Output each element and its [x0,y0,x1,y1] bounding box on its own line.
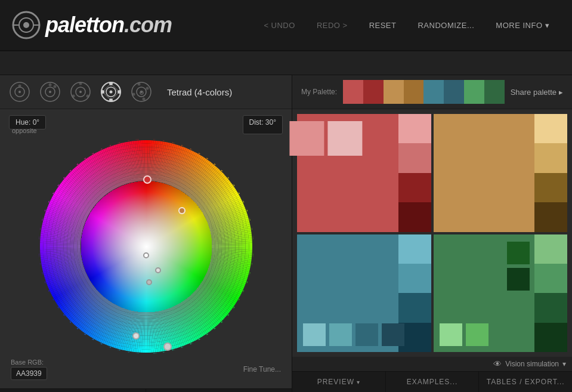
teal-shade-2[interactable] [398,264,431,293]
colors-tab[interactable]: COLORS [0,389,146,392]
quad-green-main[interactable] [434,234,535,353]
bottom-tabs-right: PREVIEW ▾ EXAMPLES... TABLES / EXPORT... [292,371,572,392]
palette-swatch-3 [404,80,424,104]
vision-simulation-label[interactable]: Vision simulation [505,360,559,368]
quad-green-shades [534,234,567,353]
red-shade-2[interactable] [398,143,431,172]
quad-orange-main[interactable] [434,114,535,232]
wheel-area: Hue: 0° opposite Dist: 30° Base RGB: [0,109,292,388]
main-content: ⚙ Tetrad (4-colors) Hue: 0° opposite Dis… [0,75,572,392]
svg-point-12 [49,84,52,87]
custom-scheme-icon[interactable]: ⚙ [131,81,152,103]
nav-buttons: < UNDO REDO > RESET RANDOMIZE... MORE IN… [253,16,560,35]
my-palette-label: My Palette: [301,88,337,96]
svg-point-37 [132,93,135,96]
logo-text: paletton.com [45,13,172,38]
svg-text:⚙: ⚙ [139,89,144,96]
svg-point-13 [54,85,57,88]
tetrad-scheme-icon[interactable] [100,81,122,103]
quad-red-shades [398,114,431,232]
adjacent-scheme-icon[interactable] [39,81,61,103]
orange-shade-4[interactable] [534,202,567,232]
quadrant-teal [297,234,431,353]
vision-chevron-icon: ▾ [562,360,566,368]
base-rgb-value[interactable]: AA3939 [11,367,47,380]
triad-scheme-icon[interactable] [70,81,91,103]
hue-dist-row: Hue: 0° opposite Dist: 30° [6,115,286,134]
svg-point-2 [23,22,29,28]
green-shade-1[interactable] [534,234,567,264]
examples-tab[interactable]: EXAMPLES... [386,372,480,392]
red-accent-1[interactable] [289,121,324,156]
presets-tab[interactable]: PRESETS [146,389,292,392]
preview-chevron-icon: ▾ [357,379,360,385]
palette-swatch-7 [484,80,505,104]
teal-accent-3[interactable] [355,323,378,346]
palette-preview [343,80,505,104]
green-accent-4[interactable] [466,323,488,346]
green-shade-3[interactable] [534,293,567,322]
palette-swatch-2 [384,80,404,104]
palette-swatch-5 [444,80,464,104]
svg-point-36 [143,98,146,101]
teal-shade-1[interactable] [398,234,431,264]
quad-red-main[interactable] [297,114,398,232]
green-accent-3[interactable] [440,323,462,346]
tables-export-tab[interactable]: TABLES / EXPORT... [479,372,572,392]
svg-point-16 [79,91,82,93]
reset-button[interactable]: RESET [358,16,407,35]
red-shade-1[interactable] [398,114,431,143]
fine-tune-button[interactable]: Fine Tune... [243,365,281,374]
svg-point-22 [110,91,113,94]
svg-point-7 [18,91,21,93]
base-rgb-label: Base RGB: [11,359,47,366]
color-grid [292,109,572,357]
palette-header: My Palette: Share palette ▸ [292,75,572,109]
teal-accent-1[interactable] [303,323,326,346]
svg-point-11 [49,91,51,93]
svg-point-35 [146,87,149,90]
randomize-button[interactable]: RANDOMIZE... [407,16,485,35]
green-accent-1[interactable] [507,242,530,264]
dist-display[interactable]: Dist: 30° [243,115,283,134]
teal-shade-3[interactable] [398,293,431,322]
palette-swatch-0 [343,80,363,104]
color-wheel-canvas[interactable] [39,139,253,354]
color-wheel-container[interactable] [39,139,253,354]
green-shade-4[interactable] [534,323,567,352]
orange-shade-1[interactable] [534,114,567,143]
green-accent-2[interactable] [507,268,530,291]
svg-point-8 [18,85,21,88]
teal-accent-4[interactable] [382,323,404,346]
svg-point-34 [138,83,141,86]
palette-swatch-4 [423,80,444,104]
quad-teal-main[interactable] [297,234,398,353]
mono-scheme-icon[interactable] [9,81,30,103]
quadrant-red [297,114,431,232]
teal-accent-2[interactable] [329,323,352,346]
base-rgb-group: Base RGB: AA3939 [11,359,47,380]
more-info-button[interactable]: MORE INFO ▾ [485,16,560,35]
scheme-name: Tetrad (4-colors) [167,87,232,97]
svg-point-19 [72,95,75,98]
toolbar [0,51,572,75]
preview-tab[interactable]: PREVIEW ▾ [292,372,386,392]
orange-shade-3[interactable] [534,173,567,202]
red-shade-3[interactable] [398,173,431,202]
undo-button[interactable]: < UNDO [253,16,305,35]
wheel-info-row: Base RGB: AA3939 Fine Tune... [6,356,286,382]
palette-swatch-1 [363,80,384,104]
quadrant-green [434,234,568,353]
red-shade-4[interactable] [398,202,431,232]
vision-simulation-row: 👁 Vision simulation ▾ [292,357,572,371]
redo-button[interactable]: REDO > [306,16,358,35]
red-accent-2[interactable] [327,121,362,156]
svg-point-18 [86,95,89,98]
left-panel: ⚙ Tetrad (4-colors) Hue: 0° opposite Dis… [0,75,292,392]
logo-icon [12,11,41,39]
green-shade-2[interactable] [534,264,567,293]
eye-icon: 👁 [493,359,502,369]
share-palette-button[interactable]: Share palette ▸ [511,88,563,97]
right-panel: My Palette: Share palette ▸ [292,75,572,392]
orange-shade-2[interactable] [534,143,567,172]
